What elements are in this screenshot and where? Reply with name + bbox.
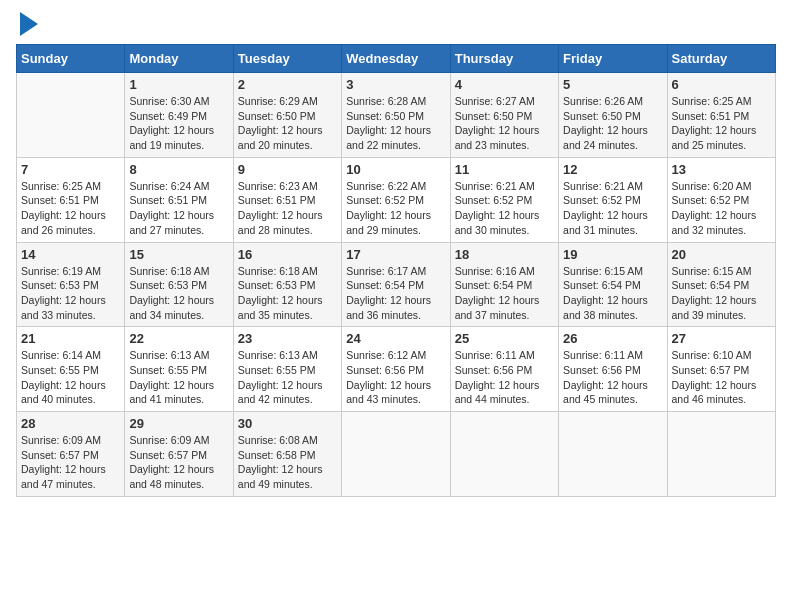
calendar-cell: 23Sunrise: 6:13 AM Sunset: 6:55 PM Dayli… [233,327,341,412]
day-info: Sunrise: 6:25 AM Sunset: 6:51 PM Dayligh… [21,179,120,238]
day-number: 4 [455,77,554,92]
calendar-cell: 18Sunrise: 6:16 AM Sunset: 6:54 PM Dayli… [450,242,558,327]
day-info: Sunrise: 6:18 AM Sunset: 6:53 PM Dayligh… [129,264,228,323]
day-number: 11 [455,162,554,177]
day-info: Sunrise: 6:13 AM Sunset: 6:55 PM Dayligh… [129,348,228,407]
weekday-header: Sunday [17,45,125,73]
calendar-cell: 20Sunrise: 6:15 AM Sunset: 6:54 PM Dayli… [667,242,775,327]
day-number: 3 [346,77,445,92]
day-info: Sunrise: 6:29 AM Sunset: 6:50 PM Dayligh… [238,94,337,153]
logo [16,16,38,36]
day-info: Sunrise: 6:15 AM Sunset: 6:54 PM Dayligh… [672,264,771,323]
day-number: 12 [563,162,662,177]
calendar-cell: 2Sunrise: 6:29 AM Sunset: 6:50 PM Daylig… [233,73,341,158]
day-number: 5 [563,77,662,92]
day-info: Sunrise: 6:21 AM Sunset: 6:52 PM Dayligh… [455,179,554,238]
day-info: Sunrise: 6:22 AM Sunset: 6:52 PM Dayligh… [346,179,445,238]
calendar-cell: 21Sunrise: 6:14 AM Sunset: 6:55 PM Dayli… [17,327,125,412]
day-info: Sunrise: 6:10 AM Sunset: 6:57 PM Dayligh… [672,348,771,407]
calendar-cell: 3Sunrise: 6:28 AM Sunset: 6:50 PM Daylig… [342,73,450,158]
day-info: Sunrise: 6:11 AM Sunset: 6:56 PM Dayligh… [455,348,554,407]
weekday-header: Monday [125,45,233,73]
calendar-cell: 6Sunrise: 6:25 AM Sunset: 6:51 PM Daylig… [667,73,775,158]
weekday-header: Friday [559,45,667,73]
calendar-week-row: 28Sunrise: 6:09 AM Sunset: 6:57 PM Dayli… [17,412,776,497]
day-info: Sunrise: 6:09 AM Sunset: 6:57 PM Dayligh… [21,433,120,492]
day-number: 1 [129,77,228,92]
day-number: 16 [238,247,337,262]
day-number: 18 [455,247,554,262]
calendar-cell [342,412,450,497]
day-number: 22 [129,331,228,346]
calendar-cell: 25Sunrise: 6:11 AM Sunset: 6:56 PM Dayli… [450,327,558,412]
calendar-cell: 29Sunrise: 6:09 AM Sunset: 6:57 PM Dayli… [125,412,233,497]
calendar-cell: 26Sunrise: 6:11 AM Sunset: 6:56 PM Dayli… [559,327,667,412]
day-number: 14 [21,247,120,262]
day-info: Sunrise: 6:26 AM Sunset: 6:50 PM Dayligh… [563,94,662,153]
day-number: 20 [672,247,771,262]
calendar-cell: 10Sunrise: 6:22 AM Sunset: 6:52 PM Dayli… [342,157,450,242]
day-number: 27 [672,331,771,346]
calendar-week-row: 7Sunrise: 6:25 AM Sunset: 6:51 PM Daylig… [17,157,776,242]
calendar-cell: 5Sunrise: 6:26 AM Sunset: 6:50 PM Daylig… [559,73,667,158]
day-info: Sunrise: 6:20 AM Sunset: 6:52 PM Dayligh… [672,179,771,238]
calendar-cell: 9Sunrise: 6:23 AM Sunset: 6:51 PM Daylig… [233,157,341,242]
day-info: Sunrise: 6:19 AM Sunset: 6:53 PM Dayligh… [21,264,120,323]
calendar-week-row: 21Sunrise: 6:14 AM Sunset: 6:55 PM Dayli… [17,327,776,412]
day-number: 26 [563,331,662,346]
day-number: 2 [238,77,337,92]
logo-arrow-icon [20,12,38,36]
day-number: 21 [21,331,120,346]
day-info: Sunrise: 6:14 AM Sunset: 6:55 PM Dayligh… [21,348,120,407]
day-number: 17 [346,247,445,262]
calendar-cell: 12Sunrise: 6:21 AM Sunset: 6:52 PM Dayli… [559,157,667,242]
day-info: Sunrise: 6:09 AM Sunset: 6:57 PM Dayligh… [129,433,228,492]
day-number: 25 [455,331,554,346]
calendar-cell: 4Sunrise: 6:27 AM Sunset: 6:50 PM Daylig… [450,73,558,158]
calendar-cell [559,412,667,497]
day-info: Sunrise: 6:27 AM Sunset: 6:50 PM Dayligh… [455,94,554,153]
calendar-cell: 11Sunrise: 6:21 AM Sunset: 6:52 PM Dayli… [450,157,558,242]
calendar-cell: 22Sunrise: 6:13 AM Sunset: 6:55 PM Dayli… [125,327,233,412]
page-header [16,16,776,36]
day-info: Sunrise: 6:30 AM Sunset: 6:49 PM Dayligh… [129,94,228,153]
day-number: 6 [672,77,771,92]
day-number: 13 [672,162,771,177]
day-number: 30 [238,416,337,431]
calendar-cell: 15Sunrise: 6:18 AM Sunset: 6:53 PM Dayli… [125,242,233,327]
day-number: 8 [129,162,228,177]
calendar-week-row: 14Sunrise: 6:19 AM Sunset: 6:53 PM Dayli… [17,242,776,327]
calendar-cell: 28Sunrise: 6:09 AM Sunset: 6:57 PM Dayli… [17,412,125,497]
calendar-table: SundayMondayTuesdayWednesdayThursdayFrid… [16,44,776,497]
day-info: Sunrise: 6:15 AM Sunset: 6:54 PM Dayligh… [563,264,662,323]
calendar-cell: 27Sunrise: 6:10 AM Sunset: 6:57 PM Dayli… [667,327,775,412]
calendar-cell: 30Sunrise: 6:08 AM Sunset: 6:58 PM Dayli… [233,412,341,497]
calendar-week-row: 1Sunrise: 6:30 AM Sunset: 6:49 PM Daylig… [17,73,776,158]
calendar-cell: 14Sunrise: 6:19 AM Sunset: 6:53 PM Dayli… [17,242,125,327]
day-info: Sunrise: 6:16 AM Sunset: 6:54 PM Dayligh… [455,264,554,323]
weekday-header: Tuesday [233,45,341,73]
day-number: 24 [346,331,445,346]
day-number: 7 [21,162,120,177]
day-info: Sunrise: 6:08 AM Sunset: 6:58 PM Dayligh… [238,433,337,492]
day-number: 9 [238,162,337,177]
calendar-cell: 24Sunrise: 6:12 AM Sunset: 6:56 PM Dayli… [342,327,450,412]
calendar-cell: 16Sunrise: 6:18 AM Sunset: 6:53 PM Dayli… [233,242,341,327]
weekday-header: Thursday [450,45,558,73]
day-info: Sunrise: 6:18 AM Sunset: 6:53 PM Dayligh… [238,264,337,323]
calendar-header: SundayMondayTuesdayWednesdayThursdayFrid… [17,45,776,73]
day-info: Sunrise: 6:25 AM Sunset: 6:51 PM Dayligh… [672,94,771,153]
calendar-cell: 7Sunrise: 6:25 AM Sunset: 6:51 PM Daylig… [17,157,125,242]
calendar-cell [450,412,558,497]
day-number: 10 [346,162,445,177]
day-number: 29 [129,416,228,431]
calendar-cell [17,73,125,158]
calendar-cell: 13Sunrise: 6:20 AM Sunset: 6:52 PM Dayli… [667,157,775,242]
weekday-header: Wednesday [342,45,450,73]
calendar-cell: 1Sunrise: 6:30 AM Sunset: 6:49 PM Daylig… [125,73,233,158]
calendar-cell: 17Sunrise: 6:17 AM Sunset: 6:54 PM Dayli… [342,242,450,327]
day-info: Sunrise: 6:12 AM Sunset: 6:56 PM Dayligh… [346,348,445,407]
weekday-header: Saturday [667,45,775,73]
day-info: Sunrise: 6:21 AM Sunset: 6:52 PM Dayligh… [563,179,662,238]
calendar-cell: 19Sunrise: 6:15 AM Sunset: 6:54 PM Dayli… [559,242,667,327]
